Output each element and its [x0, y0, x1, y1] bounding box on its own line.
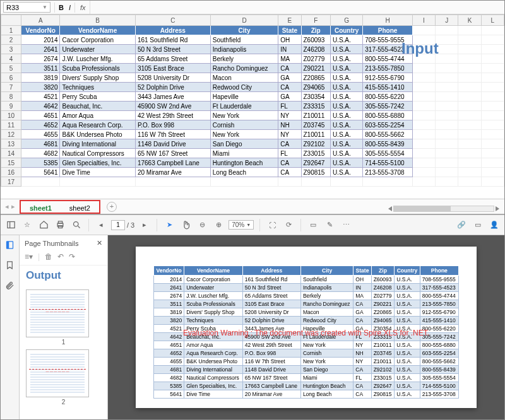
highlight-icon[interactable]: ▭: [307, 219, 319, 231]
header-cell[interactable]: Address: [135, 26, 210, 35]
row-header[interactable]: 3: [1, 45, 21, 54]
cell[interactable]: Z46208: [301, 45, 330, 54]
cell[interactable]: Perry Scuba: [60, 92, 135, 102]
cell[interactable]: U.S.A.: [330, 54, 362, 64]
cell[interactable]: 50 N 3rd Street: [135, 45, 210, 54]
cell[interactable]: U.S.A.: [330, 158, 362, 168]
cell[interactable]: 5208 University Dr: [135, 73, 210, 83]
cell[interactable]: Huntington Beach: [210, 158, 278, 168]
row-header[interactable]: 12: [1, 130, 21, 139]
cell[interactable]: CA: [278, 168, 301, 177]
add-sheet-button[interactable]: +: [107, 202, 117, 212]
cell[interactable]: GA: [278, 92, 301, 102]
cell[interactable]: Z60093: [301, 35, 330, 45]
cell[interactable]: U.S.A.: [330, 83, 362, 92]
zoom-in-icon[interactable]: ⊕: [212, 219, 225, 231]
header-cell[interactable]: VendorNo: [21, 26, 60, 35]
cell[interactable]: 800-555-8439: [363, 139, 413, 149]
cell[interactable]: Z03745: [301, 120, 330, 130]
cell[interactable]: IN: [278, 45, 301, 54]
cell[interactable]: 800-555-6880: [363, 111, 413, 120]
cell[interactable]: 800-555-5662: [363, 130, 413, 139]
home-icon[interactable]: [37, 219, 50, 231]
row-header[interactable]: 10: [1, 111, 21, 120]
cell[interactable]: Hapeville: [210, 92, 278, 102]
cell[interactable]: Amor Aqua: [60, 111, 135, 120]
cell[interactable]: New York: [210, 111, 278, 120]
row-header[interactable]: 13: [1, 139, 21, 149]
cell[interactable]: 17663 Campbell Lane: [135, 158, 210, 168]
cell[interactable]: CA: [278, 158, 301, 168]
cell[interactable]: OH: [278, 35, 301, 45]
sheet-tab-1[interactable]: sheet1: [21, 201, 61, 213]
cell[interactable]: 912-555-6790: [363, 73, 413, 83]
cell[interactable]: U.S.A.: [330, 92, 362, 102]
row-header[interactable]: 9: [1, 102, 21, 111]
cell[interactable]: MA: [278, 54, 301, 64]
col-header[interactable]: L: [481, 15, 504, 26]
bookmark-tab-icon[interactable]: [5, 260, 15, 272]
cell[interactable]: 305-555-5554: [363, 149, 413, 158]
cell[interactable]: 3105 East Brace: [135, 64, 210, 73]
cell[interactable]: Divers' Supply Shop: [60, 73, 135, 83]
cell[interactable]: U.S.A.: [330, 168, 362, 177]
cell[interactable]: 65 NW 167 Street: [135, 149, 210, 158]
cell[interactable]: U.S.A.: [330, 35, 362, 45]
cell[interactable]: Berkely: [210, 54, 278, 64]
cell[interactable]: Beauchat, Inc.: [60, 102, 135, 111]
cell[interactable]: NY: [278, 111, 301, 120]
row-header[interactable]: 5: [1, 64, 21, 73]
cell[interactable]: Cornish: [210, 120, 278, 130]
cell[interactable]: 5385: [21, 158, 60, 168]
user-icon[interactable]: 👤: [488, 219, 501, 231]
col-header[interactable]: A: [21, 15, 60, 26]
th-rotate-ccw-icon[interactable]: ↶: [57, 252, 64, 261]
cell[interactable]: NH: [278, 120, 301, 130]
page-thumbnail[interactable]: — — — — — —: [26, 289, 89, 337]
cell[interactable]: Ft Lauderdale: [210, 102, 278, 111]
cell[interactable]: Z90815: [301, 168, 330, 177]
row-header[interactable]: 6: [1, 73, 21, 83]
cell[interactable]: Nautical Compressors: [60, 149, 135, 158]
cell[interactable]: U.S.A.: [330, 149, 362, 158]
col-header[interactable]: D: [210, 15, 278, 26]
cell[interactable]: U.S.A.: [330, 139, 362, 149]
cell[interactable]: Glen Specialties, Inc.: [60, 158, 135, 168]
row-header[interactable]: 17: [1, 177, 21, 187]
cell[interactable]: 4521: [21, 92, 60, 102]
pointer-icon[interactable]: ➤: [163, 219, 175, 231]
cell[interactable]: CA: [278, 64, 301, 73]
cell[interactable]: 603-555-2254: [363, 120, 413, 130]
page-thumbnail[interactable]: — — — — — —: [26, 349, 89, 397]
zoom-out-icon[interactable]: ⊖: [196, 219, 208, 231]
cell[interactable]: J.W. Luscher Mfg.: [60, 54, 135, 64]
cell[interactable]: 65 Addams Street: [135, 54, 210, 64]
cell[interactable]: 20 Miramar Ave: [135, 168, 210, 177]
row-header[interactable]: 4: [1, 54, 21, 64]
star-icon[interactable]: ☆: [21, 219, 33, 231]
cell[interactable]: FL: [278, 102, 301, 111]
cell[interactable]: Diving International: [60, 139, 135, 149]
cell[interactable]: 4655: [21, 130, 60, 139]
cell[interactable]: 800-555-6220: [363, 92, 413, 102]
cell[interactable]: 161 Southfield Rd: [135, 35, 210, 45]
cell[interactable]: Aqua Research Corp.: [60, 120, 135, 130]
cell[interactable]: U.S.A.: [330, 73, 362, 83]
search-icon[interactable]: [70, 219, 83, 231]
cell[interactable]: Z92647: [301, 158, 330, 168]
dropdown-icon[interactable]: ▼: [42, 4, 47, 10]
cell[interactable]: 714-555-5100: [363, 158, 413, 168]
cell[interactable]: 4651: [21, 111, 60, 120]
fit-icon[interactable]: ⛶: [266, 219, 278, 231]
sheet-nav-arrows[interactable]: ◂ ▸: [1, 202, 20, 211]
cell[interactable]: Z33015: [301, 149, 330, 158]
next-page-icon[interactable]: ▸: [138, 219, 151, 231]
header-cell[interactable]: VendorName: [60, 26, 135, 35]
hand-icon[interactable]: [179, 219, 192, 231]
cell[interactable]: 4642: [21, 102, 60, 111]
header-cell[interactable]: Phone: [363, 26, 413, 35]
print-icon[interactable]: [54, 219, 66, 231]
row-header[interactable]: 8: [1, 92, 21, 102]
header-cell[interactable]: State: [278, 26, 301, 35]
horizontal-scrollbar[interactable]: [388, 206, 499, 212]
